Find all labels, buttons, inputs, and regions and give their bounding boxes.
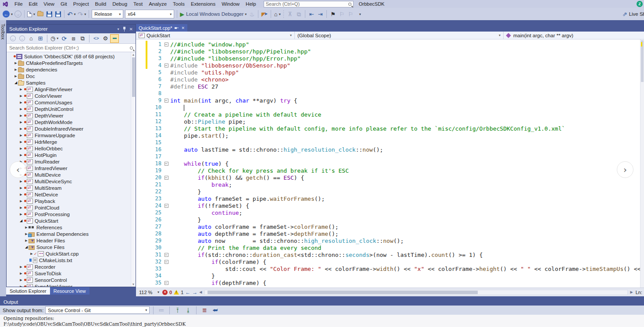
solution-platform-combo[interactable]: x64▾ [125,10,174,18]
toolbar-overflow-button[interactable]: ▾ [355,9,364,19]
tab-resource-view[interactable]: Resource View [50,287,89,295]
menu-debug[interactable]: Debug [109,0,130,8]
tree-item[interactable]: ▶PostProcessing [7,211,136,217]
scroll-down-icon[interactable]: ▼ [131,283,136,286]
new-file-button[interactable]: ▾ [26,9,36,19]
expander-icon[interactable]: ▶ [19,101,23,104]
code-line[interactable]: 36 std::cout << "Depth Frame: " << depth… [136,286,640,288]
code-line[interactable]: 9−int main(int argc, char **argv) try { [136,97,640,104]
code-line[interactable]: 23 auto frameSet = pipe.waitForFrames(); [136,195,640,202]
fold-collapse-icon[interactable]: − [165,162,168,166]
tree-item[interactable]: ▶ImuReader [7,158,136,165]
code-line[interactable]: 24− if(!frameSet) { [136,202,640,209]
tree-item[interactable]: ▶MultiDevice [7,171,136,178]
expander-icon[interactable]: ◢ [19,219,23,223]
previous-bookmark-button[interactable]: ⚐ [337,9,346,19]
tree-item[interactable]: ▶FirmwareUpgrade [7,132,136,139]
solution-configuration-combo[interactable]: Release▾ [92,10,123,18]
tree-item[interactable]: ◢Samples [7,79,136,86]
expander-icon[interactable]: ▶ [14,61,18,65]
menu-test[interactable]: Test [130,0,146,8]
next-message-button[interactable]: ⭳ [184,306,193,315]
pin-icon[interactable] [175,26,179,30]
expander-icon[interactable]: ▶ [19,199,23,203]
se-pending-changes-filter-button[interactable]: ◷▾ [50,34,59,43]
tree-item[interactable]: ▶DoubleInfraredViewer [7,125,136,132]
se-collapse-all-button[interactable]: ⧈ [69,34,78,43]
solution-explorer-search-input[interactable]: Search Solution Explorer (Ctrl+;) [7,44,136,52]
expander-icon[interactable]: ◢ [14,81,18,85]
menu-edit[interactable]: Edit [26,0,41,8]
code-line[interactable]: 32− if(colorFrame) { [136,258,640,265]
code-line[interactable]: 31− if(std::chrono::duration_cast<std::c… [136,251,640,258]
expander-icon[interactable]: ▶ [19,272,23,275]
code-line[interactable]: 29 auto now = std::chrono::high_resoluti… [136,237,640,244]
se-properties-button[interactable]: ⚙ [101,34,110,43]
se-back-button[interactable]: ← [8,34,17,43]
tree-item[interactable]: ▶Recorder [7,263,136,270]
increase-indent-button[interactable]: ⇥ [316,9,325,19]
code-line[interactable]: 25 continue; [136,209,640,216]
se-show-all-files-button[interactable]: ⧉ [78,34,87,43]
tree-item[interactable]: ▶HelloOrbbec [7,145,136,152]
expander-icon[interactable]: ▶ [24,226,29,229]
code-line[interactable]: 21 break; [136,181,640,188]
window-position-icon[interactable]: ▾ [118,27,119,31]
tree-item[interactable]: ▶Doc [7,73,136,79]
menu-file[interactable]: File [11,0,26,8]
code-line[interactable]: 16 auto lastTime = std::chrono::high_res… [136,146,640,153]
tab-quickstart-cpp[interactable]: QuickStart.cpp* ✕ [136,24,187,32]
menu-tools[interactable]: Tools [170,0,188,8]
editor-zoom-combo[interactable]: 112 %▾ [138,289,161,296]
code-line[interactable]: 30 // Print the frame data every second [136,244,640,251]
attach-to-process-button[interactable]: ◤➤ [260,9,269,19]
menu-extensions[interactable]: Extensions [188,0,218,8]
error-count[interactable]: 0 [169,290,172,295]
tree-item[interactable]: ▶ColorViewer [7,92,136,99]
expander-icon[interactable]: ◢ [24,245,29,249]
tree-item[interactable]: ▶HdrMerge [7,139,136,145]
toggle-bookmark-button[interactable]: ⚑ [329,9,337,19]
tree-item[interactable]: ▶Header Files [7,237,136,244]
solution-explorer-titlebar[interactable]: Solution Explorer ▾ ✕ [7,25,136,33]
find-in-files-button[interactable]: ⌂▾ [273,9,282,19]
code-line[interactable]: 6#include <chrono> [136,76,640,83]
live-share-button[interactable]: ⇗ Live Sh [623,11,644,17]
expander-icon[interactable]: ▶ [29,252,34,256]
fold-collapse-icon[interactable]: − [165,281,168,285]
se-refresh-button[interactable]: ⟳ [60,34,68,43]
scroll-left-icon[interactable]: ◀ [199,290,202,294]
tree-item[interactable]: ▶DepthWorkMode [7,119,136,125]
code-line[interactable]: 28 auto depthFrame = frameSet->depthFram… [136,230,640,237]
close-icon[interactable]: ✕ [181,26,185,30]
hot-reload-button[interactable]: ♨ [247,9,256,19]
expander-icon[interactable]: ▶ [19,127,23,131]
expander-icon[interactable]: ▶ [19,193,23,196]
menu-build[interactable]: Build [92,0,110,8]
tree-item[interactable]: ▶SaveToDisk [7,270,136,277]
navbar-scope-combo[interactable]: (Global Scope) ▾ [295,32,504,39]
decrease-indent-button[interactable]: ⇤ [307,9,316,19]
account-avatar[interactable]: Z [637,1,643,7]
overlay-next-chevron[interactable]: › [617,161,633,178]
navigate-backward-button[interactable]: ←▾ [2,9,14,19]
navbar-member-combo[interactable]: main(int argc, char ** argv) [504,32,644,39]
tree-item[interactable]: ▶References [7,224,136,231]
expander-icon[interactable]: ▶ [19,88,23,91]
tree-item[interactable]: ◢Source Files [7,244,136,250]
tree-item[interactable]: ▶AlignFilterViewer [7,86,136,92]
tree-item[interactable]: ▶CommonUsages [7,99,136,106]
undo-button[interactable]: ↶▾ [66,9,77,19]
toolbox-side-tab[interactable]: Toolbox [0,20,6,296]
se-view-code-button[interactable]: <> [92,34,100,43]
tree-item[interactable]: ▶DepthUnitControl [7,106,136,112]
tree-item[interactable]: ▶External Dependencies [7,231,136,237]
new-project-button[interactable]: ⊼ [286,9,294,19]
output-source-combo[interactable]: Source Control - Git▾ [45,306,150,314]
expander-icon[interactable]: ▶ [14,75,18,78]
code-line[interactable]: 26 } [136,216,640,223]
code-line[interactable]: 11 // Create a pipeline with default dev… [136,111,640,118]
open-file-button[interactable] [36,9,45,19]
tree-item[interactable]: ◢QuickStart [7,217,136,224]
expander-icon[interactable]: ▶ [19,114,23,117]
